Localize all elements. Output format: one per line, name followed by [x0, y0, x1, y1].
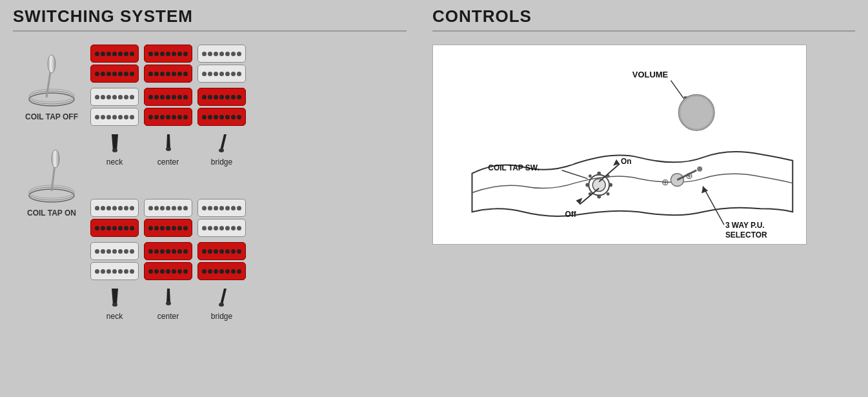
svg-marker-10 [112, 134, 118, 150]
center-pickup-bot2-active [144, 108, 192, 126]
bridge-pickup-top-inactive [197, 45, 246, 63]
center-pickup-bot-active [144, 65, 192, 83]
controls-svg: VOLUME COIL TAP SW. [433, 45, 806, 244]
on-neck-bot2 [90, 262, 139, 280]
svg-text:3 WAY P.U.: 3 WAY P.U. [725, 221, 765, 230]
toggle-illustrations: COIL TAP OFF [13, 45, 90, 340]
pickup-diagrams: neck center bridge [90, 45, 407, 340]
svg-text:SELECTOR: SELECTOR [725, 230, 767, 239]
svg-text:⊕: ⊕ [685, 170, 693, 181]
center-pickup-top2-active [144, 88, 192, 106]
svg-point-34 [585, 183, 589, 187]
bridge-selector-icon-on [212, 285, 232, 308]
off-row2 [90, 65, 407, 83]
svg-point-36 [589, 174, 592, 178]
on-row1 [90, 199, 407, 217]
svg-point-13 [166, 147, 171, 151]
coil-tap-on-toggle: COIL TAP ON [26, 147, 77, 218]
on-center-mid [144, 219, 192, 237]
on-row2 [90, 219, 407, 237]
center-label-off: center [144, 158, 192, 167]
right-panel: CONTROLS VOLUME COIL TAP SW. [419, 0, 868, 397]
bridge-pickup-bot-inactive [197, 65, 246, 83]
svg-point-15 [219, 148, 224, 152]
on-bridge-top [197, 199, 246, 217]
svg-point-4 [48, 55, 56, 73]
controls-diagram: VOLUME COIL TAP SW. [432, 45, 807, 245]
center-pickup-top-active [144, 45, 192, 63]
neck-pickup-top2-inactive [90, 88, 139, 106]
coil-tap-off-label: COIL TAP OFF [25, 112, 78, 121]
controls-title: CONTROLS [432, 6, 855, 26]
center-selector-on [144, 285, 192, 308]
right-divider [432, 30, 855, 32]
svg-point-35 [609, 183, 612, 187]
svg-point-39 [607, 192, 610, 196]
neck-pickup-bot-active [90, 65, 139, 83]
off-bottom-rows [90, 88, 407, 126]
off-selector-icons [90, 131, 407, 154]
svg-point-9 [52, 150, 59, 168]
neck-selector-on [90, 285, 139, 308]
on-neck-bot [90, 242, 139, 260]
svg-text:⊕: ⊕ [661, 177, 669, 187]
svg-point-19 [166, 301, 171, 305]
neck-pickup-top-active [90, 45, 139, 63]
on-row3 [90, 242, 407, 260]
toggle-on-svg [26, 147, 77, 205]
on-center-top [144, 199, 192, 217]
neck-pickup-bot2-inactive [90, 108, 139, 126]
on-bridge-mid [197, 219, 246, 237]
neck-selector-icon-off [105, 131, 125, 154]
svg-point-21 [219, 303, 224, 307]
bridge-selector-on [197, 285, 246, 308]
svg-marker-14 [220, 134, 227, 150]
svg-text:Off: Off [565, 210, 576, 219]
center-selector-off [144, 131, 192, 154]
bridge-label-off: bridge [197, 158, 246, 167]
left-panel: SWITCHING SYSTEM [0, 0, 419, 397]
svg-marker-20 [220, 289, 227, 305]
coil-tap-off-toggle: COIL TAP OFF [25, 51, 78, 121]
on-bottom-rows [90, 242, 407, 280]
on-bridge-bot2 [197, 262, 246, 280]
bridge-pickup-bot2-active [197, 108, 246, 126]
bridge-pickup-top2-active [197, 88, 246, 106]
svg-marker-16 [112, 289, 118, 305]
center-label-on: center [144, 312, 192, 321]
off-row3 [90, 88, 407, 106]
svg-text:On: On [621, 157, 632, 166]
svg-text:VOLUME: VOLUME [632, 70, 669, 79]
off-row1 [90, 45, 407, 63]
switching-system-title: SWITCHING SYSTEM [13, 6, 407, 26]
svg-rect-22 [434, 45, 805, 244]
svg-point-48 [697, 167, 702, 172]
bridge-selector-icon-off [212, 131, 232, 154]
svg-point-33 [597, 194, 601, 198]
coil-tap-on-section: neck center bridge [90, 199, 407, 321]
coil-tap-on-label: COIL TAP ON [27, 209, 76, 218]
svg-point-11 [112, 148, 117, 152]
on-center-bot [144, 242, 192, 260]
center-selector-icon-on [159, 285, 178, 308]
coil-tap-off-section: neck center bridge [90, 45, 407, 167]
on-top-rows [90, 199, 407, 237]
svg-point-17 [112, 303, 117, 307]
off-name-row: neck center bridge [90, 158, 407, 167]
svg-point-27 [680, 96, 712, 128]
on-neck-mid [90, 219, 139, 237]
on-row4 [90, 262, 407, 280]
neck-label-on: neck [90, 312, 139, 321]
left-divider [13, 30, 407, 32]
bridge-label-on: bridge [197, 312, 246, 321]
off-top-rows [90, 45, 407, 83]
svg-marker-12 [167, 134, 170, 149]
switching-block: COIL TAP OFF [13, 45, 407, 340]
on-center-bot2 [144, 262, 192, 280]
neck-selector-off [90, 131, 139, 154]
on-neck-top [90, 199, 139, 217]
svg-point-32 [597, 172, 601, 176]
toggle-off-svg [26, 51, 77, 109]
off-row4 [90, 108, 407, 126]
neck-selector-icon-on [105, 285, 125, 308]
